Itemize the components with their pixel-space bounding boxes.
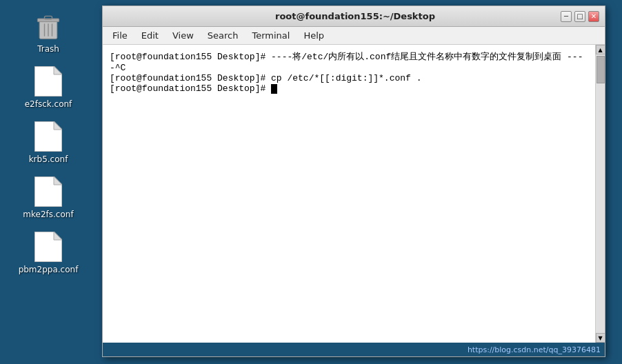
scrollbar-down-arrow[interactable]: ▼	[596, 333, 605, 343]
svg-marker-11	[54, 176, 62, 185]
krb5-icon-item[interactable]: krb5.conf	[14, 117, 83, 167]
scrollbar-up-arrow[interactable]: ▲	[596, 45, 605, 54]
title-bar: root@foundation155:~/Desktop ─ □ ✕	[103, 6, 605, 27]
menu-help[interactable]: Help	[297, 29, 331, 42]
e2fsck-icon-image	[32, 65, 65, 98]
trash-label: Trash	[37, 44, 59, 54]
terminal-body: [root@foundation155 Desktop]# ----将/etc/…	[103, 45, 605, 343]
svg-rect-2	[45, 16, 52, 19]
menu-search[interactable]: Search	[201, 29, 245, 42]
terminal-cursor	[271, 84, 277, 94]
close-button[interactable]: ✕	[588, 11, 599, 22]
svg-marker-7	[54, 66, 62, 74]
status-url: https://blog.csdn.net/qq_39376481	[468, 345, 601, 354]
krb5-label: krb5.conf	[29, 154, 68, 164]
e2fsck-label: e2fsck.conf	[25, 99, 72, 109]
svg-marker-9	[54, 121, 62, 130]
menu-view[interactable]: View	[165, 29, 201, 42]
terminal-content[interactable]: [root@foundation155 Desktop]# ----将/etc/…	[103, 45, 595, 343]
terminal-window: root@foundation155:~/Desktop ─ □ ✕ File …	[102, 6, 605, 357]
status-bar: https://blog.csdn.net/qq_39376481	[103, 343, 605, 356]
svg-marker-13	[54, 232, 62, 240]
scrollbar-track: ▲ ▼	[595, 45, 605, 343]
pbm2ppa-icon-image	[32, 230, 65, 263]
menu-file[interactable]: File	[106, 29, 134, 42]
mke2fs-icon-item[interactable]: mke2fs.conf	[14, 172, 83, 222]
krb5-icon-image	[32, 120, 65, 153]
menu-bar: File Edit View Search Terminal Help	[103, 27, 605, 45]
window-controls: ─ □ ✕	[561, 11, 599, 22]
e2fsck-icon-item[interactable]: e2fsck.conf	[14, 62, 83, 112]
menu-edit[interactable]: Edit	[134, 29, 165, 42]
pbm2ppa-icon-item[interactable]: pbm2ppa.conf	[14, 228, 83, 277]
minimize-button[interactable]: ─	[561, 11, 572, 22]
mke2fs-icon-image	[32, 175, 65, 208]
scrollbar-thumb[interactable]	[596, 56, 605, 83]
trash-icon-image	[32, 10, 65, 43]
pbm2ppa-label: pbm2ppa.conf	[19, 265, 79, 274]
desktop: Trash e2fsck.conf krb5.conf mke2	[0, 0, 97, 364]
maximize-button[interactable]: □	[574, 11, 585, 22]
window-title: root@foundation155:~/Desktop	[150, 11, 561, 21]
mke2fs-label: mke2fs.conf	[23, 210, 73, 219]
trash-icon-item[interactable]: Trash	[14, 7, 83, 57]
menu-terminal[interactable]: Terminal	[245, 29, 297, 42]
